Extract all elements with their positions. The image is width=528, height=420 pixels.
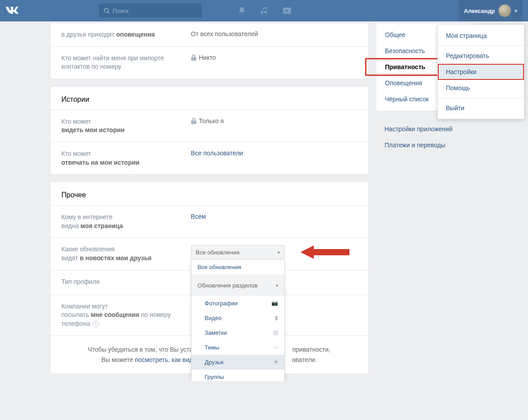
search-input[interactable] xyxy=(112,8,197,14)
svg-point-0 xyxy=(104,8,108,12)
section-title-other: Прочее xyxy=(50,182,368,205)
opt-header-sections[interactable]: Обновления разделов ▾ xyxy=(191,274,284,296)
panel-top: в друзья приходят оповещения От всех пол… xyxy=(50,23,369,79)
row-news-updates: Какие обновления видят в новостях мои др… xyxy=(50,237,368,270)
dropdown-settings[interactable]: Настройки xyxy=(438,64,524,80)
opt-all-updates[interactable]: Все обновления xyxy=(191,260,284,274)
row-value-select: Все обновления ▾ Все обновления Обновлен… xyxy=(191,245,357,259)
row-label: Тип профиля xyxy=(62,278,191,287)
opt-video[interactable]: Видео▮ xyxy=(191,311,284,325)
user-menu[interactable]: Александр ▾ xyxy=(458,0,523,21)
dropdown-edit[interactable]: Редактировать xyxy=(438,48,524,64)
dropdown-my-page[interactable]: Моя страница xyxy=(438,28,524,44)
row-value: От всех пользователей xyxy=(191,30,357,37)
panel-stories: Истории Кто можетвидеть мои истории Толь… xyxy=(50,86,369,175)
row-value: Все пользователи xyxy=(191,150,357,157)
row-label: Компании могут посылать мне сообщения по… xyxy=(62,302,191,329)
music-icon[interactable] xyxy=(260,6,269,15)
row-import-contacts[interactable]: Кто может найти меня при импорте контакт… xyxy=(50,46,368,79)
row-value: Всем xyxy=(191,213,357,220)
lock-icon xyxy=(191,118,196,124)
user-dropdown: Моя страница Редактировать Настройки Пом… xyxy=(437,25,524,119)
row-label: Какие обновления видят в новостях мои др… xyxy=(62,245,191,262)
row-see-stories[interactable]: Кто можетвидеть мои истории Только я xyxy=(50,110,368,142)
svg-rect-3 xyxy=(191,57,196,61)
row-label: в друзья приходят оповещения xyxy=(62,30,191,39)
updates-select-list: Все обновления Обновления разделов ▾ Фот… xyxy=(191,260,285,381)
row-label: Кто можетотвечать на мои истории xyxy=(62,150,191,167)
svg-line-1 xyxy=(108,12,110,14)
help-icon[interactable]: ? xyxy=(92,320,99,328)
row-label: Кому в интернете видна моя страница xyxy=(62,213,191,230)
film-icon: ▮ xyxy=(275,315,278,321)
lock-icon xyxy=(191,54,196,61)
red-arrow-annotation xyxy=(300,243,349,261)
dropdown-help[interactable]: Помощь xyxy=(438,80,524,96)
caret-down-icon: ▾ xyxy=(278,250,280,255)
row-value: Только я xyxy=(191,117,357,125)
opt-photos[interactable]: Фотографии📷 xyxy=(191,296,284,311)
nav-app-settings[interactable]: Настройки приложений xyxy=(376,121,478,137)
row-label: Кто можетвидеть мои истории xyxy=(62,117,191,135)
plus-icon: ✚ xyxy=(274,359,278,366)
bell-icon[interactable] xyxy=(237,6,246,15)
top-header: Александр ▾ Моя страница Редактировать Н… xyxy=(0,0,528,21)
search-icon xyxy=(104,8,110,14)
updates-select[interactable]: Все обновления ▾ xyxy=(191,245,285,259)
opt-notes[interactable]: Заметки▤ xyxy=(191,325,284,340)
svg-rect-4 xyxy=(191,121,196,124)
row-internet-visible[interactable]: Кому в интернете видна моя страница Всем xyxy=(50,205,368,237)
user-name: Александр xyxy=(464,8,495,14)
video-icon[interactable] xyxy=(282,6,292,16)
caret-down-icon: ▾ xyxy=(276,283,278,288)
section-title-stories: Истории xyxy=(50,87,368,110)
opt-groups[interactable]: Группы xyxy=(191,370,284,381)
svg-marker-5 xyxy=(300,245,349,259)
search-box[interactable] xyxy=(99,4,202,18)
camera-icon: 📷 xyxy=(271,300,278,307)
opt-topics[interactable]: Темы▭ xyxy=(191,340,284,355)
avatar xyxy=(499,4,511,17)
opt-friends[interactable]: Друзья✚ xyxy=(191,355,284,370)
row-label: Кто может найти меня при импорте контакт… xyxy=(62,54,191,71)
chat-icon: ▭ xyxy=(273,344,278,351)
header-icons xyxy=(237,6,292,16)
dropdown-logout[interactable]: Выйти xyxy=(438,100,524,116)
preview-link[interactable]: посмотреть, как видят xyxy=(135,356,199,363)
row-friend-notifications[interactable]: в друзья приходят оповещения От всех пол… xyxy=(50,23,368,46)
vk-logo[interactable] xyxy=(5,7,19,15)
row-reply-stories[interactable]: Кто можетотвечать на мои истории Все пол… xyxy=(50,142,368,174)
row-value: Никто xyxy=(191,54,357,61)
note-icon: ▤ xyxy=(273,329,278,336)
chevron-down-icon: ▾ xyxy=(515,8,517,14)
panel-other: Прочее Кому в интернете видна моя страни… xyxy=(50,182,369,374)
nav-payments[interactable]: Платежи и переводы xyxy=(376,137,478,153)
